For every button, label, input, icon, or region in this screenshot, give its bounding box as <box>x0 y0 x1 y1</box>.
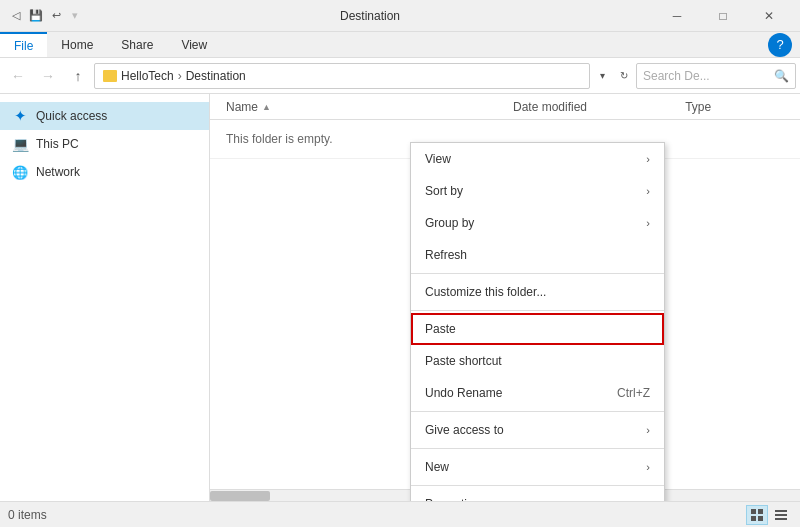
folder-icon <box>103 70 117 82</box>
window-title: Destination <box>86 9 654 23</box>
separator-4 <box>411 448 664 449</box>
path-destination: Destination <box>186 69 246 83</box>
ribbon-tabs: File Home Share View ? <box>0 32 800 58</box>
status-bar: 0 items <box>0 501 800 527</box>
search-icon: 🔍 <box>774 69 789 83</box>
scroll-thumb[interactable] <box>210 491 270 501</box>
address-controls: ▾ ↻ <box>592 63 634 89</box>
content-area: Name ▲ Date modified Type This folder is… <box>210 94 800 501</box>
menu-item-group-by[interactable]: Group by › <box>411 207 664 239</box>
back-button[interactable]: ← <box>4 62 32 90</box>
shortcut-label: Ctrl+Z <box>617 386 650 400</box>
network-icon: 🌐 <box>12 164 28 180</box>
sidebar-label-network: Network <box>36 165 80 179</box>
help-button[interactable]: ? <box>768 33 792 57</box>
view-controls <box>746 505 792 525</box>
col-header-modified[interactable]: Date modified <box>513 100 685 114</box>
menu-item-undo-rename[interactable]: Undo Rename Ctrl+Z <box>411 377 664 409</box>
menu-item-properties[interactable]: Properties <box>411 488 664 501</box>
undo-icon: ↩ <box>48 8 64 24</box>
menu-item-view[interactable]: View › <box>411 143 664 175</box>
minimize-button[interactable]: ─ <box>654 0 700 32</box>
menu-item-paste[interactable]: Paste <box>411 313 664 345</box>
sidebar-item-network[interactable]: 🌐 Network <box>0 158 209 186</box>
arrow-icon: › <box>646 217 650 229</box>
svg-rect-1 <box>758 509 763 514</box>
detail-view-button[interactable] <box>770 505 792 525</box>
menu-item-paste-shortcut[interactable]: Paste shortcut <box>411 345 664 377</box>
sidebar: ✦ Quick access 💻 This PC 🌐 Network <box>0 94 210 501</box>
search-placeholder: Search De... <box>643 69 710 83</box>
tab-view[interactable]: View <box>167 32 221 57</box>
pc-icon: 💻 <box>12 136 28 152</box>
item-count: 0 items <box>8 508 47 522</box>
save-icon: 💾 <box>28 8 44 24</box>
star-icon: ✦ <box>12 108 28 124</box>
menu-item-new[interactable]: New › <box>411 451 664 483</box>
svg-rect-5 <box>775 514 787 516</box>
sidebar-item-quick-access[interactable]: ✦ Quick access <box>0 102 209 130</box>
svg-rect-0 <box>751 509 756 514</box>
svg-rect-2 <box>751 516 756 521</box>
separator-1 <box>411 273 664 274</box>
forward-button[interactable]: → <box>34 62 62 90</box>
window-controls: ─ □ ✕ <box>654 0 792 32</box>
title-bar: ◁ 💾 ↩ ▾ Destination ─ □ ✕ <box>0 0 800 32</box>
main-layout: ✦ Quick access 💻 This PC 🌐 Network Name … <box>0 94 800 501</box>
svg-rect-4 <box>775 510 787 512</box>
separator-3 <box>411 411 664 412</box>
menu-item-give-access[interactable]: Give access to › <box>411 414 664 446</box>
menu-item-refresh[interactable]: Refresh <box>411 239 664 271</box>
arrow-icon: › <box>646 461 650 473</box>
grid-view-button[interactable] <box>746 505 768 525</box>
column-headers: Name ▲ Date modified Type <box>210 94 800 120</box>
tab-share[interactable]: Share <box>107 32 167 57</box>
back-icon: ◁ <box>8 8 24 24</box>
arrow-icon: › <box>646 424 650 436</box>
refresh-button[interactable]: ↻ <box>614 63 634 89</box>
tab-home[interactable]: Home <box>47 32 107 57</box>
arrow-icon: › <box>646 153 650 165</box>
address-bar: ← → ↑ HelloTech › Destination ▾ ↻ Search… <box>0 58 800 94</box>
address-dropdown[interactable]: ▾ <box>592 63 612 89</box>
arrow-icon: › <box>646 185 650 197</box>
svg-rect-3 <box>758 516 763 521</box>
up-button[interactable]: ↑ <box>64 62 92 90</box>
search-box[interactable]: Search De... 🔍 <box>636 63 796 89</box>
sidebar-label-this-pc: This PC <box>36 137 79 151</box>
col-header-type[interactable]: Type <box>685 100 800 114</box>
tab-file[interactable]: File <box>0 32 47 57</box>
path-helltech: HelloTech <box>121 69 174 83</box>
sort-icon: ▲ <box>262 102 271 112</box>
title-bar-quick-icons: ◁ 💾 ↩ ▾ <box>8 8 78 24</box>
separator-2 <box>411 310 664 311</box>
maximize-button[interactable]: □ <box>700 0 746 32</box>
separator-5 <box>411 485 664 486</box>
menu-item-sort-by[interactable]: Sort by › <box>411 175 664 207</box>
col-header-name[interactable]: Name ▲ <box>226 100 513 114</box>
menu-item-customize[interactable]: Customize this folder... <box>411 276 664 308</box>
path-separator-1: › <box>178 69 182 83</box>
close-button[interactable]: ✕ <box>746 0 792 32</box>
context-menu: View › Sort by › Group by › Refresh Cust… <box>410 142 665 501</box>
sidebar-label-quick-access: Quick access <box>36 109 107 123</box>
address-path[interactable]: HelloTech › Destination <box>94 63 590 89</box>
sidebar-item-this-pc[interactable]: 💻 This PC <box>0 130 209 158</box>
svg-rect-6 <box>775 518 787 520</box>
ribbon-right: ? <box>768 32 800 57</box>
